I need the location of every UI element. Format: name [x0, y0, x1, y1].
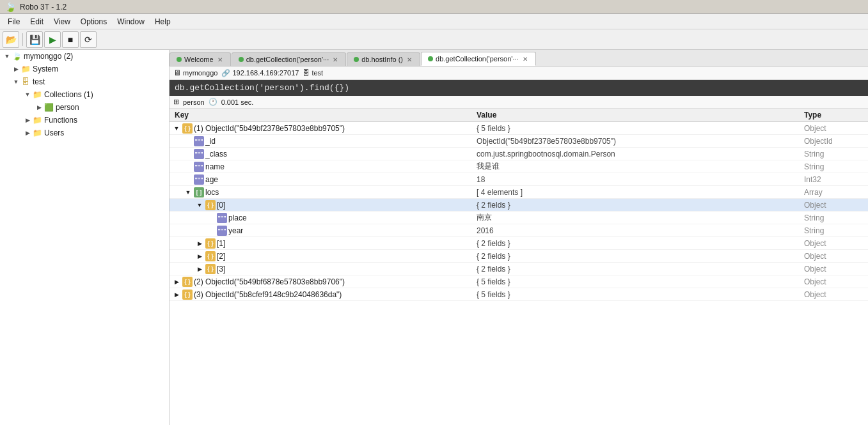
cell-key-place: """ place: [170, 213, 477, 223]
stop-button[interactable]: ■: [62, 31, 79, 48]
table-row[interactable]: ▶ { } [3] { 2 fields } Object: [170, 263, 868, 275]
cell-type-row2: Object: [804, 277, 868, 286]
sidebar-label-person: person: [56, 103, 79, 112]
cell-key-locs3: ▶ { } [3]: [170, 264, 477, 274]
table-row[interactable]: """ year 2016 String: [170, 224, 868, 237]
cell-value-row3: { 5 fields }: [477, 290, 804, 299]
expand-arrow-row1[interactable]: ▼: [172, 124, 181, 133]
col-header-type: Type: [804, 111, 868, 120]
tab-close-gc1[interactable]: ✕: [331, 56, 339, 63]
menu-window[interactable]: Window: [112, 16, 150, 27]
expand-arrow-row2[interactable]: ▶: [172, 277, 181, 286]
tab-close-hostinfo[interactable]: ✕: [406, 56, 413, 63]
tab-getcollection2[interactable]: db.getCollection('person'··· ✕: [421, 52, 536, 66]
tab-dot-welcome: [177, 57, 182, 62]
cell-type-row3: Object: [804, 290, 868, 299]
key-text-age: age: [205, 175, 218, 184]
table-row[interactable]: ▶ { } (3) ObjectId("5b8cfef9148c9b240486…: [170, 288, 868, 301]
conn-database: 🗄 test: [303, 69, 323, 77]
query-bar[interactable]: db.getCollection('person').find({}): [170, 80, 868, 96]
cell-type-row1: Object: [804, 124, 868, 133]
sidebar-item-users[interactable]: ▶ 📁 Users: [0, 127, 169, 139]
table-row[interactable]: ▼ [ ] locs [ 4 elements ] Array: [170, 186, 868, 199]
expand-arrow-locs2[interactable]: ▶: [195, 252, 204, 261]
key-text-row1: (1) ObjectId("5b49bf2378e57803e8bb9705"): [194, 124, 345, 133]
cell-value-row1: { 5 fields }: [477, 124, 804, 133]
table-row[interactable]: """ name 我是谁 String: [170, 160, 868, 173]
expand-arrow-row3[interactable]: ▶: [172, 290, 181, 299]
conn-server: 🖥 mymonggo: [173, 68, 217, 77]
expand-arrow-locs1[interactable]: ▶: [195, 239, 204, 248]
refresh-button[interactable]: ⟳: [80, 31, 97, 48]
key-text-row3: (3) ObjectId("5b8cfef9148c9b24048636da"): [194, 290, 342, 299]
table-row[interactable]: ▶ { } (2) ObjectId("5b49bf6878e57803e8bb…: [170, 275, 868, 288]
connection-bar: 🖥 mymonggo 🔗 192.168.4.169:27017 🗄 test: [170, 66, 868, 80]
expand-arrow-locs0[interactable]: ▼: [195, 201, 204, 210]
table-row[interactable]: ▶ { } [2] { 2 fields } Object: [170, 250, 868, 263]
expand-arrow-name: [184, 162, 193, 171]
cell-key-year: """ year: [170, 226, 477, 236]
expand-arrow-year: [207, 226, 216, 235]
cell-key-id: """ _id: [170, 136, 477, 146]
conn-address: 🔗 192.168.4.169:27017: [221, 69, 299, 77]
key-text-locs: locs: [205, 188, 219, 197]
table-row[interactable]: """ place 南京 String: [170, 212, 868, 224]
tab-hostinfo[interactable]: db.hostInfo () ✕: [347, 52, 420, 66]
menu-view[interactable]: View: [49, 16, 75, 27]
cell-key-class: """ _class: [170, 149, 477, 159]
sidebar-label-mymonggo: mymonggo (2): [24, 52, 73, 61]
server-name: mymonggo: [183, 69, 217, 77]
table-row[interactable]: ▶ { } [1] { 2 fields } Object: [170, 237, 868, 250]
menu-file[interactable]: File: [3, 16, 25, 27]
sidebar-label-system: System: [33, 65, 58, 73]
sidebar-item-mymonggo[interactable]: ▼ 🍃 mymonggo (2): [0, 50, 169, 63]
tab-close-welcome[interactable]: ✕: [216, 56, 224, 63]
expand-arrow-locs3[interactable]: ▶: [195, 265, 204, 274]
obj-icon-row2: { }: [182, 277, 193, 287]
menu-help[interactable]: Help: [150, 16, 176, 27]
tab-bar: Welcome ✕ db.getCollection('person'··· ✕…: [170, 50, 868, 66]
cell-type-name: String: [804, 162, 868, 171]
str-icon-place: """: [217, 213, 227, 223]
sidebar-item-system[interactable]: ▶ 📁 System: [0, 63, 169, 75]
run-button[interactable]: ▶: [44, 31, 61, 48]
toolbar-separator: [22, 33, 23, 46]
folder-icon-users: 📁: [32, 128, 42, 138]
folder-icon-system: 📁: [20, 64, 31, 74]
sidebar-item-functions[interactable]: ▶ 📁 Functions: [0, 114, 169, 127]
expand-arrow-locs[interactable]: ▼: [184, 188, 193, 197]
arrow-collections: ▼: [23, 90, 32, 99]
table-row[interactable]: ▼ { } [0] { 2 fields } Object: [170, 199, 868, 212]
tab-getcollection1[interactable]: db.getCollection('person'··· ✕: [232, 52, 347, 66]
table-row[interactable]: ▼ { } (1) ObjectId("5b49bf2378e57803e8bb…: [170, 122, 868, 135]
col-header-key: Key: [170, 111, 477, 120]
sidebar-item-test[interactable]: ▼ 🗄 test: [0, 75, 169, 88]
save-button[interactable]: 💾: [26, 31, 43, 48]
tab-welcome[interactable]: Welcome ✕: [170, 52, 231, 66]
server-icon: 🖥: [173, 68, 181, 77]
table-header: Key Value Type: [170, 109, 868, 122]
table-row[interactable]: """ _class com.just.springbootnosql.doma…: [170, 148, 868, 160]
cell-key-locs1: ▶ { } [1]: [170, 238, 477, 249]
cell-type-locs: Array: [804, 188, 868, 197]
menu-edit[interactable]: Edit: [25, 16, 49, 27]
database-value: test: [312, 69, 323, 77]
key-text-locs3: [3]: [217, 265, 225, 274]
cell-key-row1: ▼ { } (1) ObjectId("5b49bf2378e57803e8bb…: [170, 123, 477, 134]
cell-value-name: 我是谁: [477, 161, 804, 172]
obj-icon-row1: { }: [182, 123, 193, 134]
str-icon-year: """: [217, 226, 227, 236]
arrow-person: ▶: [35, 103, 43, 112]
arrow-users: ▶: [23, 128, 32, 137]
sidebar-item-collections[interactable]: ▼ 📁 Collections (1): [0, 88, 169, 101]
table-row[interactable]: """ _id ObjectId("5b49bf2378e57803e8bb97…: [170, 135, 868, 148]
table-row[interactable]: """ age 18 Int32: [170, 173, 868, 186]
expand-arrow-age: [184, 175, 193, 184]
result-time: 0.001 sec.: [221, 98, 254, 106]
address-value: 192.168.4.169:27017: [232, 69, 299, 77]
tab-close-gc2[interactable]: ✕: [521, 56, 529, 63]
open-button[interactable]: 📂: [3, 31, 19, 48]
right-panel: Welcome ✕ db.getCollection('person'··· ✕…: [170, 50, 868, 425]
menu-options[interactable]: Options: [75, 16, 112, 27]
sidebar-item-person[interactable]: ▶ 🟩 person: [0, 101, 169, 114]
